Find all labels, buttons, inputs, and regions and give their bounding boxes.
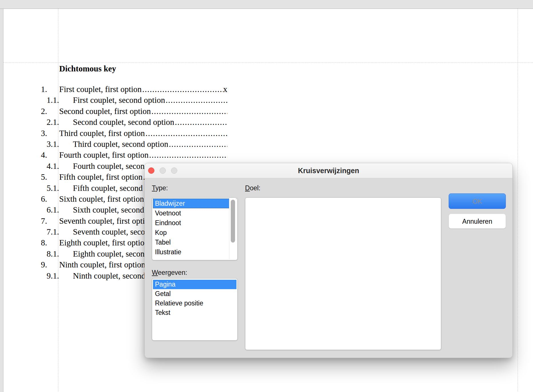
doc-num: 3.1. <box>47 139 73 149</box>
doc-num: 3. <box>41 129 59 138</box>
type-list-item[interactable]: Kop <box>153 228 236 237</box>
type-list-item[interactable]: Eindnoot <box>153 218 236 228</box>
dot-leader: ........................................… <box>142 85 223 94</box>
text-boundary-top <box>3 62 533 63</box>
type-list-item[interactable]: Voetnoot <box>153 208 236 218</box>
doc-txt: First couplet, second option <box>73 95 165 105</box>
display-list-item[interactable]: Relatieve positie <box>153 299 236 308</box>
doc-num: 5.1. <box>47 183 73 193</box>
display-list-item[interactable]: Pagina <box>153 280 236 289</box>
doc-txt: Seventh couplet, first option <box>59 216 153 226</box>
dot-leader: ........................................… <box>174 117 227 127</box>
doc-tail: x <box>223 85 228 94</box>
doc-txt: Third couplet, second option <box>73 139 168 149</box>
doc-num: 9. <box>41 260 59 269</box>
doc-num: 7. <box>41 216 59 226</box>
doc-num: 7.1. <box>47 227 73 237</box>
ok-button[interactable]: OK <box>449 193 506 209</box>
canvas-top-margin <box>0 0 533 9</box>
doc-txt: Fifth couplet, first option <box>59 172 143 182</box>
doc-num: 2.1. <box>47 117 73 127</box>
doc-txt: Third couplet, first option <box>59 129 145 138</box>
scrollbar-thumb[interactable] <box>231 200 235 243</box>
dot-leader: ........................................… <box>165 95 227 105</box>
dialog-titlebar[interactable]: Kruisverwijzingen <box>145 163 512 178</box>
doc-num: 2. <box>41 107 59 116</box>
dot-leader: ........................................… <box>151 107 227 116</box>
text-boundary-right <box>518 9 518 392</box>
doc-num: 6.1. <box>47 205 73 215</box>
cross-reference-dialog: Kruisverwijzingen Type: BladwijzerVoetno… <box>144 163 513 358</box>
doc-txt: First couplet, first option <box>59 85 142 94</box>
type-list-scrollbar[interactable] <box>229 199 237 259</box>
doc-list-item: 3.1.Third couplet, second option .......… <box>41 139 227 150</box>
doc-txt: Fourth couplet, first option <box>59 150 149 160</box>
doc-num: 1. <box>41 85 59 94</box>
doc-num: 4.1. <box>47 161 73 171</box>
doc-txt: Sixth couplet, first option <box>59 194 144 204</box>
doc-txt: Second couplet, second option <box>73 117 174 127</box>
doc-num: 6. <box>41 194 59 204</box>
target-listbox[interactable] <box>245 197 441 350</box>
doc-list-item: 1.1.First couplet, second option........… <box>41 95 227 106</box>
type-label: Type: <box>152 184 168 192</box>
cancel-button[interactable]: Annuleren <box>449 214 506 229</box>
display-listbox[interactable]: PaginaGetalRelatieve positieTekst <box>152 278 238 341</box>
doc-num: 9.1. <box>47 271 73 281</box>
doc-txt: Second couplet, first option <box>59 107 151 116</box>
display-label: Weergeven: <box>152 269 187 277</box>
canvas-left-margin <box>0 9 3 392</box>
doc-list-item: 1.First couplet, first option...........… <box>41 85 227 95</box>
document-heading: Dichtomous key <box>59 64 116 73</box>
type-list-item[interactable]: Bladwijzer <box>153 199 236 208</box>
type-listbox[interactable]: BladwijzerVoetnootEindnootKopTabelIllust… <box>152 197 238 260</box>
doc-list-item: 4.Fourth couplet, first option..........… <box>41 150 227 161</box>
doc-list-item: 2.Second couplet, first option..........… <box>41 107 227 117</box>
dot-leader: ........................................… <box>145 129 227 138</box>
dialog-title: Kruisverwijzingen <box>145 163 512 178</box>
doc-num: 8.1. <box>47 249 73 259</box>
doc-num: 8. <box>41 238 59 247</box>
dot-leader: ........................................… <box>149 150 227 160</box>
doc-list-item: 2.1.Second couplet, second option ......… <box>41 117 227 128</box>
doc-txt: Ninth couplet, first option <box>59 260 145 269</box>
doc-list-item: 3.Third couplet, first option ..........… <box>41 129 227 139</box>
doc-txt: Eighth couplet, first option <box>59 238 149 247</box>
dot-leader: ........................................… <box>168 139 227 149</box>
doc-num: 5. <box>41 172 59 182</box>
type-list-item[interactable]: Tabel <box>153 237 236 247</box>
doc-num: 4. <box>41 150 59 160</box>
type-list-item[interactable]: Illustratie <box>153 247 236 257</box>
display-list-item[interactable]: Tekst <box>153 308 236 317</box>
display-list-item[interactable]: Getal <box>153 289 236 299</box>
target-label: Doel: <box>245 184 260 192</box>
doc-num: 1.1. <box>47 95 73 105</box>
